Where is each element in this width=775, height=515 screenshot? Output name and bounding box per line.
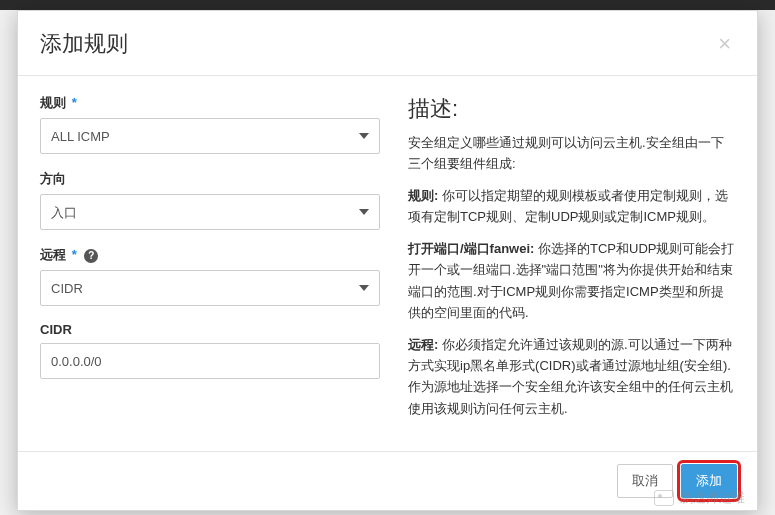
modal-title: 添加规则 xyxy=(40,29,128,59)
remote-label-text: 远程 xyxy=(40,247,66,262)
rule-label-text: 规则 xyxy=(40,95,66,110)
description-heading: 描述: xyxy=(408,94,735,124)
description-port-label: 打开端口/端口fanwei: xyxy=(408,241,534,256)
rule-label: 规则 * xyxy=(40,94,380,112)
add-rule-modal: 添加规则 × 规则 * ALL ICMP 方向 入口 xyxy=(17,10,758,511)
direction-select[interactable]: 入口 xyxy=(40,194,380,230)
description-remote-paragraph: 远程: 你必须指定允许通过该规则的源.可以通过一下两种方式实现ip黑名单形式(C… xyxy=(408,334,735,420)
required-star: * xyxy=(72,247,77,262)
description-port-paragraph: 打开端口/端口fanwei: 你选择的TCP和UDP规则可能会打开一个或一组端口… xyxy=(408,238,735,324)
remote-field-group: 远程 * ? CIDR xyxy=(40,246,380,306)
remote-select[interactable]: CIDR xyxy=(40,270,380,306)
description-remote-label: 远程: xyxy=(408,337,438,352)
description-intro: 安全组定义哪些通过规则可以访问云主机.安全组由一下三个组要组件组成: xyxy=(408,132,735,175)
description-rule-label: 规则: xyxy=(408,188,438,203)
direction-field-group: 方向 入口 xyxy=(40,170,380,230)
modal-header: 添加规则 × xyxy=(18,11,757,76)
cancel-button[interactable]: 取消 xyxy=(617,464,673,498)
required-star: * xyxy=(72,95,77,110)
help-icon[interactable]: ? xyxy=(84,249,98,263)
modal-body: 规则 * ALL ICMP 方向 入口 远程 * ? xyxy=(18,76,757,451)
description-remote-text: 你必须指定允许通过该规则的源.可以通过一下两种方式实现ip黑名单形式(CIDR)… xyxy=(408,337,733,416)
rule-field-group: 规则 * ALL ICMP xyxy=(40,94,380,154)
description-rule-paragraph: 规则: 你可以指定期望的规则模板或者使用定制规则，选项有定制TCP规则、定制UD… xyxy=(408,185,735,228)
cidr-input[interactable] xyxy=(40,343,380,379)
submit-button[interactable]: 添加 xyxy=(681,464,737,498)
description-column: 描述: 安全组定义哪些通过规则可以访问云主机.安全组由一下三个组要组件组成: 规… xyxy=(408,94,735,429)
close-icon[interactable]: × xyxy=(714,33,735,55)
remote-label: 远程 * ? xyxy=(40,246,380,264)
cidr-label: CIDR xyxy=(40,322,380,337)
form-column: 规则 * ALL ICMP 方向 入口 远程 * ? xyxy=(40,94,380,429)
modal-footer: 取消 添加 xyxy=(18,451,757,510)
rule-select[interactable]: ALL ICMP xyxy=(40,118,380,154)
direction-label: 方向 xyxy=(40,170,380,188)
description-rule-text: 你可以指定期望的规则模板或者使用定制规则，选项有定制TCP规则、定制UDP规则或… xyxy=(408,188,728,224)
cidr-field-group: CIDR xyxy=(40,322,380,379)
window-backdrop xyxy=(0,0,775,10)
